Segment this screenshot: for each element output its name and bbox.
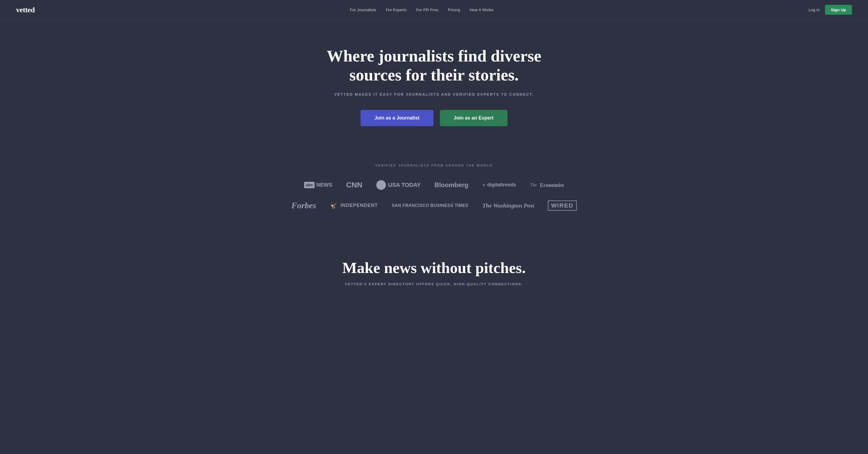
logo-the-economist: The Economist (530, 182, 564, 188)
abc-news-text: NEWS (316, 182, 332, 188)
nav-for-experts[interactable]: For Experts (386, 7, 407, 12)
second-cta-title: Make news without pitches. (16, 259, 852, 277)
hero-section: Where journalists find diverse sources f… (0, 20, 868, 148)
nav-logo[interactable]: vetted (16, 6, 35, 14)
independent-text: INDEPENDENT (340, 203, 378, 208)
logo-wired: WIRED (548, 201, 577, 211)
logo-digital-trends: + digitaltrends (483, 182, 516, 188)
logo-forbes: Forbes (291, 201, 316, 210)
abc-box: abc (304, 182, 315, 188)
hero-title: Where journalists find diverse sources f… (314, 47, 554, 85)
usatoday-text: USA TODAY (388, 182, 421, 188)
logos-row-1: abc NEWS CNN USA TODAY Bloomberg + digit… (16, 180, 852, 190)
nav-pricing[interactable]: Pricing (448, 7, 460, 12)
nav-how-it-works[interactable]: How It Works (470, 7, 494, 12)
logos-row-2: Forbes 🦅 INDEPENDENT SAN FRANCISCO BUSIN… (16, 201, 852, 211)
nav-for-journalists[interactable]: For Journalists (350, 7, 376, 12)
signup-button[interactable]: Sign Up (825, 5, 852, 15)
join-expert-button[interactable]: Join as an Expert (440, 110, 507, 126)
nav-for-pr-pros[interactable]: For PR Pros (416, 7, 438, 12)
second-cta-section: Make news without pitches. VETTED'S EXPE… (0, 243, 868, 307)
dt-plus-icon: + (483, 182, 486, 188)
nav-links: For Journalists For Experts For PR Pros … (350, 7, 493, 12)
nav-actions: Log In Sign Up (809, 5, 852, 15)
navbar: vetted For Journalists For Experts For P… (0, 0, 868, 20)
dt-text: digitaltrends (487, 182, 516, 188)
logos-section: VERIFIED JOURNALISTS FROM AROUND THE WOR… (0, 148, 868, 243)
logo-bloomberg: Bloomberg (435, 181, 468, 189)
logo-independent: 🦅 INDEPENDENT (330, 202, 378, 209)
logo-sf-business-times: SAN FRANCISCO BUSINESS TIMES (392, 203, 468, 208)
economist-the: The (530, 183, 537, 187)
usatoday-circle-icon (376, 180, 386, 190)
logo-cnn: CNN (346, 181, 362, 189)
independent-eagle-icon: 🦅 (330, 202, 337, 209)
hero-subtitle: VETTED MAKES IT EASY FOR JOURNALISTS AND… (16, 92, 852, 96)
second-cta-subtitle: VETTED'S EXPERT DIRECTORY OFFERS QUICK, … (16, 282, 852, 286)
sfbt-text: SAN FRANCISCO BUSINESS TIMES (392, 203, 468, 208)
login-button[interactable]: Log In (809, 7, 820, 12)
logos-label: VERIFIED JOURNALISTS FROM AROUND THE WOR… (16, 163, 852, 168)
logo-abc-news: abc NEWS (304, 182, 333, 188)
hero-buttons: Join as a Journalist Join as an Expert (16, 110, 852, 126)
join-journalist-button[interactable]: Join as a Journalist (361, 110, 433, 126)
logo-usa-today: USA TODAY (376, 180, 421, 190)
economist-name: Economist (540, 182, 564, 188)
logo-washington-post: The Washington Post (483, 202, 534, 209)
